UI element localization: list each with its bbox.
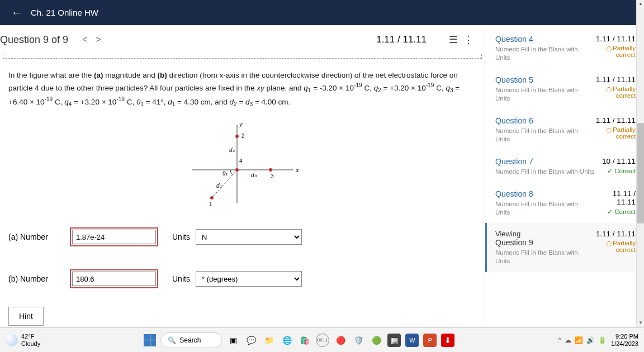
word-icon[interactable]: W: [405, 334, 419, 347]
sidebar-question-subtitle: Numeric Fill in the Blank with Units: [495, 86, 588, 103]
app-header: ← Ch. 21 Online HW: [0, 0, 644, 25]
svg-text:4: 4: [239, 158, 243, 164]
sidebar-question-score: 1.11 / 11.11: [588, 35, 636, 43]
chat-icon[interactable]: 💬: [244, 334, 258, 347]
sidebar-question-score: 1.11 / 11.11: [588, 75, 636, 84]
prev-question-button[interactable]: <: [82, 35, 87, 45]
back-arrow-icon[interactable]: ←: [11, 6, 22, 19]
edge-icon[interactable]: 🌐: [280, 334, 293, 347]
wifi-icon[interactable]: 📶: [575, 336, 583, 344]
sidebar-question-subtitle: Numeric Fill in the Blank with Units: [495, 249, 588, 265]
sidebar-question-score: 11.11 / 11.11: [593, 189, 636, 206]
part-a-label: (a) Number: [8, 232, 64, 241]
weather-temp: 42°F: [21, 333, 40, 340]
system-clock[interactable]: 9:20 PM 1/24/2023: [611, 333, 638, 346]
svg-text:x: x: [295, 167, 299, 173]
weather-widget[interactable]: 42°F Cloudy: [6, 333, 40, 346]
sidebar-question-status: Partially correct: [588, 85, 636, 99]
part-b-units-select[interactable]: ° (degrees): [196, 271, 302, 287]
svg-text:2: 2: [242, 133, 245, 139]
units-label-b: Units: [172, 274, 190, 283]
scroll-thumb[interactable]: [637, 123, 644, 223]
sidebar-question-item[interactable]: Question 4Numeric Fill in the Blank with…: [485, 28, 644, 69]
sidebar-question-item[interactable]: Question 5Numeric Fill in the Blank with…: [485, 69, 644, 110]
taskbar-search[interactable]: 🔍 Search: [160, 332, 222, 348]
sidebar-question-subtitle: Numeric Fill in the Blank with Units: [495, 127, 588, 144]
svg-text:d₂: d₂: [229, 147, 235, 153]
sidebar-question-status: Partially correct: [588, 126, 636, 140]
sidebar-question-status: Correct: [593, 208, 636, 216]
weather-cond: Cloudy: [21, 340, 40, 347]
mcafee-icon[interactable]: 🛡️: [352, 334, 365, 347]
scroll-down-icon[interactable]: ▼: [637, 319, 644, 327]
sidebar-question-item[interactable]: Question 6Numeric Fill in the Blank with…: [485, 110, 644, 150]
acrobat-icon[interactable]: ⬇: [441, 334, 454, 347]
svg-text:3: 3: [271, 173, 274, 179]
scrollbar[interactable]: ▲ ▼: [636, 0, 644, 327]
sidebar-question-item[interactable]: Question 8Numeric Fill in the Blank with…: [485, 183, 644, 223]
sidebar-question-subtitle: Numeric Fill in the Blank with Units: [495, 200, 593, 217]
more-icon[interactable]: ⋮: [463, 34, 473, 46]
sidebar-question-item[interactable]: ViewingQuestion 9Numeric Fill in the Bla…: [485, 223, 644, 272]
hint-button[interactable]: Hint: [8, 307, 44, 326]
store-icon[interactable]: 🛍️: [298, 334, 311, 347]
question-content: Question 9 of 9 < > 1.11 / 11.11 ☰ ⋮ In …: [0, 25, 485, 327]
answer-row-a: (a) Number Units N: [0, 223, 485, 251]
dell-icon[interactable]: DELL: [316, 334, 329, 347]
app-icon[interactable]: ▦: [387, 334, 401, 347]
sidebar-question-subtitle: Numeric Fill in the Blank with Units: [495, 168, 594, 176]
sidebar-question-title[interactable]: Question 5: [495, 75, 588, 84]
svg-text:d₃: d₃: [251, 172, 257, 178]
next-question-button[interactable]: >: [96, 35, 101, 45]
spotify-icon[interactable]: 🟢: [370, 334, 383, 347]
svg-point-6: [235, 135, 239, 138]
viewing-label: Viewing: [495, 230, 588, 238]
svg-point-9: [269, 168, 272, 172]
sidebar-question-score: 10 / 11.11: [602, 157, 636, 165]
question-list-sidebar: Question 4Numeric Fill in the Blank with…: [485, 25, 644, 327]
svg-text:y: y: [239, 121, 243, 127]
start-button[interactable]: [144, 334, 156, 346]
part-b-input[interactable]: [72, 272, 156, 286]
question-score: 1.11 / 11.11: [376, 34, 427, 45]
battery-icon[interactable]: 🔋: [598, 336, 607, 344]
svg-text:θ₁: θ₁: [222, 170, 228, 177]
sidebar-question-score: 1.11 / 11.11: [588, 230, 636, 238]
sidebar-question-title[interactable]: Question 9: [495, 238, 588, 247]
svg-text:1: 1: [209, 201, 212, 207]
sidebar-question-title[interactable]: Question 7: [495, 157, 594, 166]
sidebar-question-title[interactable]: Question 8: [495, 189, 593, 198]
sidebar-question-score: 1.11 / 11.11: [588, 116, 636, 125]
task-view-icon[interactable]: ▣: [226, 334, 240, 347]
part-a-input[interactable]: [72, 230, 156, 244]
answer-row-b: (b) Number Units ° (degrees): [0, 265, 485, 293]
sidebar-question-status: Correct: [602, 167, 636, 175]
part-b-label: (b) Number: [8, 274, 64, 283]
powerpoint-icon[interactable]: P: [423, 334, 437, 347]
chrome-icon[interactable]: 🔴: [334, 334, 347, 347]
question-number: Question 9 of 9: [0, 34, 68, 46]
sidebar-question-title[interactable]: Question 6: [495, 116, 588, 125]
units-label-a: Units: [172, 232, 190, 241]
svg-text:d₁: d₁: [216, 183, 222, 189]
search-icon: 🔍: [168, 336, 176, 344]
explorer-icon[interactable]: 📁: [262, 334, 276, 347]
onedrive-icon[interactable]: ☁: [565, 336, 571, 344]
chevron-up-icon[interactable]: ^: [558, 336, 561, 344]
collapsed-notice: [3, 54, 482, 59]
page-title: Ch. 21 Online HW: [31, 8, 98, 17]
problem-figure: x y 4 2 d₂ 3 d₃ 1 d₁ θ₁: [0, 114, 485, 223]
sidebar-question-status: Partially correct: [588, 240, 636, 253]
problem-statement: In the figure what are the (a) magnitude…: [0, 67, 485, 114]
sidebar-question-title[interactable]: Question 4: [495, 35, 588, 44]
scroll-up-icon[interactable]: ▲: [637, 0, 644, 8]
windows-taskbar: 42°F Cloudy 🔍 Search ▣ 💬 📁 🌐 🛍️ DELL 🔴 🛡…: [0, 327, 644, 352]
sidebar-question-item[interactable]: Question 7Numeric Fill in the Blank with…: [485, 150, 644, 183]
volume-icon[interactable]: 🔊: [586, 336, 595, 344]
part-a-units-select[interactable]: N: [196, 229, 302, 245]
list-icon[interactable]: ☰: [449, 34, 458, 46]
sidebar-question-subtitle: Numeric Fill in the Blank with Units: [495, 45, 588, 62]
cloud-icon: [6, 334, 18, 346]
sidebar-question-status: Partially correct: [588, 45, 636, 58]
